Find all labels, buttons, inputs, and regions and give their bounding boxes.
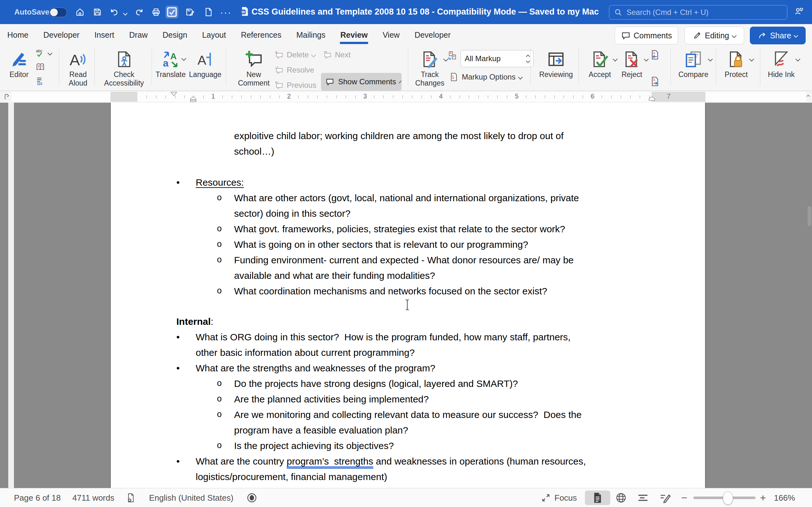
zoom-in-button[interactable]: +	[760, 488, 766, 507]
tab-home[interactable]: Home	[7, 24, 29, 46]
svg-text:A: A	[69, 51, 80, 68]
next-change-button[interactable]	[650, 76, 660, 87]
zoom-percentage[interactable]: 166%	[774, 488, 795, 507]
ruler-number: 6	[591, 92, 595, 101]
tab-insert[interactable]: Insert	[95, 24, 114, 46]
tab-selector-icon[interactable]	[3, 93, 11, 102]
review-ribbon: Editor abc 123 A Read Aloud Check Access…	[0, 46, 812, 91]
word-window: AutoSave ··· W CSS Guidelines and Templa…	[0, 0, 812, 507]
tab-draw[interactable]: Draw	[129, 24, 148, 46]
save-as-icon[interactable]	[185, 7, 194, 17]
vertical-scrollbar-thumb[interactable]	[808, 206, 811, 226]
read-aloud-button[interactable]: A Read Aloud	[62, 48, 94, 88]
redo-icon[interactable]	[135, 7, 144, 17]
print-layout-view-button[interactable]	[585, 491, 610, 505]
hide-ink-button[interactable]: Hide Ink	[764, 48, 798, 79]
new-comment-button[interactable]: New Comment	[234, 48, 274, 88]
save-icon[interactable]	[93, 7, 102, 17]
resources-heading: Resources:	[196, 177, 244, 187]
undo-icon[interactable]	[109, 7, 119, 17]
translate-button[interactable]: aA Translate	[155, 48, 187, 79]
tab-developer-2[interactable]: Developer	[415, 24, 451, 46]
editor-button[interactable]: Editor	[3, 48, 35, 79]
web-layout-view-button[interactable]	[615, 488, 627, 507]
more-commands-icon[interactable]: ···	[220, 7, 232, 18]
search-input[interactable]	[626, 8, 787, 17]
record-status-icon[interactable]	[247, 488, 257, 507]
previous-comment-button[interactable]: Previous	[274, 80, 316, 90]
accept-changes-button[interactable]: Accept	[584, 48, 615, 79]
formatting-toggle-selected[interactable]	[165, 6, 178, 18]
delete-chevron-icon	[311, 52, 316, 57]
tab-references[interactable]: References	[241, 24, 281, 46]
title-bar: AutoSave ··· W CSS Guidelines and Templa…	[0, 0, 812, 24]
delete-comment-button[interactable]: Delete	[274, 50, 315, 60]
document-page[interactable]: exploitive child labor; working children…	[110, 103, 705, 488]
editing-mode-button[interactable]: Editing	[684, 26, 744, 44]
tab-layout[interactable]: Layout	[202, 24, 226, 46]
tab-design[interactable]: Design	[163, 24, 188, 46]
autosave-toggle[interactable]	[49, 8, 67, 17]
line-numbers-button[interactable]: 123	[36, 76, 45, 86]
comments-button[interactable]: Comments	[615, 26, 678, 44]
search-box[interactable]	[609, 5, 787, 20]
word-count[interactable]: 4711 words	[72, 488, 114, 507]
ribbon-tabs: Home Developer Insert Draw Design Layout…	[7, 24, 451, 46]
next-comment-icon	[322, 50, 332, 60]
presence-contact-icon[interactable]	[794, 6, 804, 16]
outline-view-button[interactable]	[637, 488, 649, 507]
protect-button[interactable]: Protect	[721, 48, 752, 79]
show-comments-button[interactable]: Show Comments	[321, 73, 402, 91]
focus-mode-button[interactable]: Focus	[541, 488, 577, 507]
spelling-grammar-button[interactable]: abc	[36, 48, 52, 58]
new-document-icon[interactable]	[204, 7, 213, 17]
page-indicator[interactable]: Page 6 of 18	[14, 488, 61, 507]
thesaurus-book-icon	[36, 62, 45, 72]
hide-ink-icon	[772, 48, 791, 68]
hanging-indent-marker[interactable]	[190, 96, 196, 103]
reviewing-pane-button[interactable]: Reviewing	[538, 48, 574, 79]
right-indent-marker[interactable]	[649, 96, 655, 102]
language-button[interactable]: A Language	[187, 48, 223, 79]
share-button[interactable]: Share	[750, 26, 806, 44]
editing-chevron-icon	[731, 33, 737, 38]
draft-view-button[interactable]	[659, 488, 671, 507]
tab-view[interactable]: View	[383, 24, 400, 46]
display-for-review-combo[interactable]: All Markup	[461, 50, 534, 67]
markup-options-button[interactable]: Markup Options	[449, 72, 522, 82]
resolve-comment-button[interactable]: Resolve	[274, 65, 314, 75]
proofing-status-icon[interactable]	[126, 488, 135, 507]
home-icon[interactable]	[75, 7, 85, 17]
accept-icon	[591, 48, 609, 68]
resolve-comment-icon	[274, 65, 284, 75]
document-title: CSS Guidelines and Template 2008 10 15 0…	[252, 7, 599, 17]
tab-mailings[interactable]: Mailings	[296, 24, 325, 46]
undo-menu-chevron-icon[interactable]	[124, 10, 127, 16]
hide-ink-chevron-icon	[796, 56, 800, 62]
title-menu-chevron-icon[interactable]	[571, 10, 574, 16]
first-line-indent-marker[interactable]	[171, 92, 177, 97]
left-margin-area	[110, 92, 137, 102]
zoom-slider-knob[interactable]	[723, 492, 733, 505]
active-tab-underline	[340, 42, 368, 44]
new-comment-icon	[245, 48, 263, 68]
track-changes-button[interactable]: Track Changes	[413, 48, 447, 88]
thesaurus-button[interactable]	[36, 62, 45, 72]
print-icon[interactable]	[151, 7, 161, 17]
ruler-number: 5	[515, 92, 519, 101]
bullet-marker: •	[176, 175, 180, 190]
spelling-check-icon: abc	[36, 48, 45, 58]
horizontal-ruler[interactable]: 1 2 3 4 5 6 7	[0, 91, 812, 103]
check-accessibility-button[interactable]: Check Accessibility	[97, 48, 151, 88]
scroll-up-arrow-icon[interactable]	[806, 94, 811, 100]
zoom-out-button[interactable]: −	[681, 488, 687, 507]
reject-changes-button[interactable]: Reject	[617, 48, 647, 79]
sub-bullet-item: o What is going on in other sectors that…	[111, 237, 705, 252]
next-comment-button[interactable]: Next	[322, 50, 351, 60]
tab-review-active[interactable]: Review	[340, 24, 368, 46]
compare-button[interactable]: Compare	[676, 48, 711, 79]
language-indicator[interactable]: English (United States)	[149, 488, 234, 507]
previous-change-button[interactable]	[650, 49, 660, 60]
comment-bubble-icon	[621, 31, 630, 40]
tab-developer-1[interactable]: Developer	[44, 24, 80, 46]
